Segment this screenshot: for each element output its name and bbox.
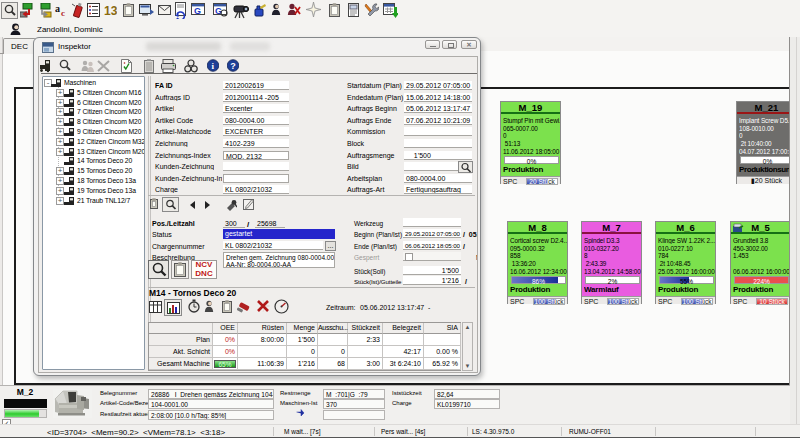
svg-text:13: 13: [104, 4, 117, 18]
svg-text:a: a: [55, 3, 60, 14]
svg-text:?: ?: [230, 61, 236, 71]
svg-text:G: G: [194, 6, 201, 16]
svg-text:c: c: [61, 8, 65, 18]
